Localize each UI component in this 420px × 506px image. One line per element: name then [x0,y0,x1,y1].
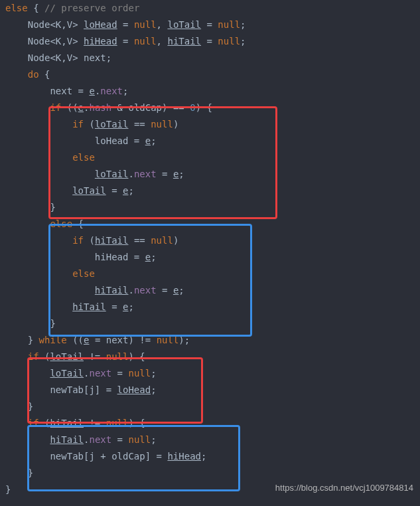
code-line: loTail.next = e; [5,166,415,183]
code-line: } [5,315,415,332]
code-line: if ((e.hash & oldCap) == 0) { [5,100,415,116]
code-line: if (hiTail == null) [5,232,415,249]
keyword-do: do [5,69,39,80]
keyword-while: while [39,335,67,345]
code-line: hiTail.next = null; [5,432,415,448]
code-line: } [5,398,415,415]
code-line: else { // preserve order [5,0,415,17]
code-line: if (loTail != null) { [5,349,415,365]
code-line: Node<K,V> hiHead = null, hiTail = null; [5,33,415,50]
code-line: newTab[j + oldCap] = hiHead; [5,448,415,465]
code-line: do { [5,66,415,83]
code-line: loTail = e; [5,183,415,199]
code-line: hiHead = e; [5,249,415,266]
code-line: newTab[j] = loHead; [5,382,415,398]
code-line: Node<K,V> next; [5,50,415,66]
code-line: if (loTail == null) [5,116,415,133]
code-line: next = e.next; [5,83,415,100]
code-line: else [5,266,415,282]
code-line: hiTail = e; [5,299,415,315]
watermark-text: https://blog.csdn.net/vcj1009784814 [275,479,413,496]
code-line: Node<K,V> loHead = null, loTail = null; [5,17,415,33]
code-block: else { // preserve order Node<K,V> loHea… [0,0,420,498]
code-line: if (hiTail != null) { [5,415,415,432]
keyword-else: else [5,3,28,13]
code-line: loTail.next = null; [5,365,415,382]
code-line: else { [5,216,415,232]
code-line: loHead = e; [5,133,415,149]
code-line: else [5,149,415,166]
code-line: } while ((e = next) != null); [5,332,415,349]
code-line: hiTail.next = e; [5,282,415,299]
comment: // preserve order [44,3,139,13]
keyword-if: if [5,102,61,113]
code-line: } [5,199,415,216]
